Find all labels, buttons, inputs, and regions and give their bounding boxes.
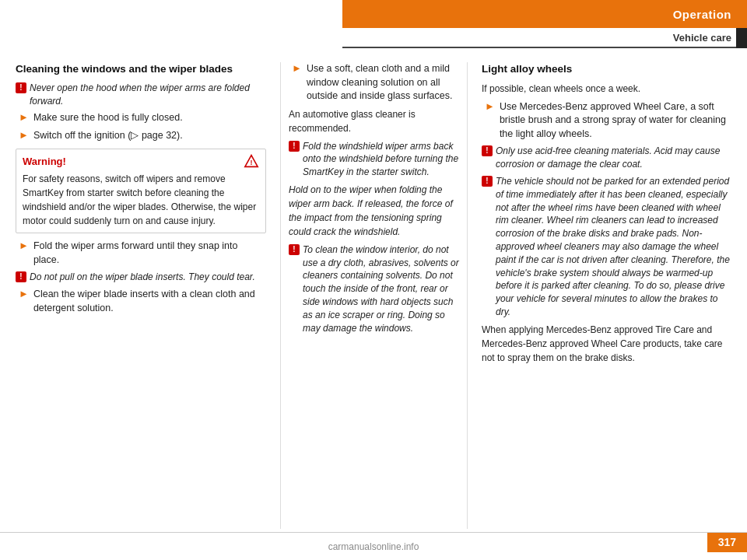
header-bar: Operation (342, 0, 747, 28)
bullet-arrow-mid-1: ► (292, 62, 302, 74)
warning-icon-acid-free: ! (482, 145, 493, 156)
right-section-heading: Light alloy wheels (482, 62, 731, 77)
warning-parked: ! The vehicle should not be parked for a… (482, 175, 731, 319)
warning-icon-fold-back: ! (289, 141, 300, 152)
bullet-arrow-3: ► (19, 240, 29, 251)
bullet-use-soft-text: Use a soft, clean cloth and a mild windo… (307, 62, 459, 103)
warning-do-not-pull: ! Do not pull on the wiper blade inserts… (16, 271, 266, 284)
warning-icon-clean-interior: ! (289, 244, 300, 255)
para-applying: When applying Mercedes-Benz approved Tir… (482, 323, 731, 365)
mid-column: ► Use a soft, clean cloth and a mild win… (280, 62, 467, 529)
right-intro: If possible, clean wheels once a week. (482, 82, 731, 96)
bullet-arrow-4: ► (19, 288, 29, 299)
warning-icon-parked: ! (482, 176, 493, 187)
right-column: Light alloy wheels If possible, clean wh… (467, 62, 731, 529)
bullet-use-soft: ► Use a soft, clean cloth and a mild win… (289, 62, 459, 103)
warning-never-open-text: Never open the hood when the wiper arms … (30, 82, 266, 108)
warning-fold-back: ! Fold the windshield wiper arms back on… (289, 140, 459, 179)
footer-url: carmanualsonline.info (328, 541, 419, 552)
bullet-hood-closed: ► Make sure the hood is fully closed. (16, 111, 266, 125)
header-title: Operation (673, 8, 731, 21)
warning-do-not-pull-text: Do not pull on the wiper blade inserts. … (30, 271, 255, 284)
warning-icon-never-open: ! (16, 82, 26, 93)
bullet-hood-closed-text: Make sure the hood is fully closed. (33, 111, 183, 125)
bullet-ignition-off-text: Switch off the ignition (▷ page 32). (33, 129, 183, 143)
bullet-ignition-off: ► Switch off the ignition (▷ page 32). (16, 129, 266, 143)
warning-box-text: For safety reasons, switch off wipers an… (23, 172, 259, 228)
bullet-use-mbenz: ► Use Mercedes-Benz approved Wheel Care,… (482, 100, 731, 142)
warning-acid-free: ! Only use acid-free cleaning materials.… (482, 145, 731, 171)
warning-fold-back-text: Fold the windshield wiper arms back onto… (303, 140, 459, 179)
bullet-clean-wiper-text: Clean the wiper blade inserts with a cle… (33, 288, 266, 315)
warning-box: Warning! ! For safety reasons, switch of… (16, 149, 266, 233)
warning-box-header: Warning! ! (23, 154, 259, 168)
left-column: Cleaning the windows and the wiper blade… (16, 62, 280, 529)
bullet-arrow-right-1: ► (485, 100, 495, 112)
warning-acid-free-text: Only use acid-free cleaning materials. A… (496, 145, 731, 171)
main-content: Cleaning the windows and the wiper blade… (0, 54, 747, 529)
subheader-title: Vehicle care (673, 32, 731, 44)
warning-box-title: Warning! (23, 156, 66, 167)
warning-never-open: ! Never open the hood when the wiper arm… (16, 82, 266, 108)
bullet-arrow-2: ► (19, 129, 29, 141)
warning-clean-interior: ! To clean the window interior, do not u… (289, 243, 459, 335)
subheader-bar: Vehicle care (342, 28, 747, 48)
bullet-use-mbenz-text: Use Mercedes-Benz approved Wheel Care, a… (500, 100, 731, 142)
warning-triangle-icon: ! (244, 154, 259, 168)
warning-parked-text: The vehicle should not be parked for an … (496, 175, 731, 319)
warning-icon-do-not-pull: ! (16, 271, 26, 282)
para-automotive: An automotive glass cleaner is recommend… (289, 107, 459, 135)
bullet-fold-wiper: ► Fold the wiper arms forward until they… (16, 240, 266, 267)
para-hold: Hold on to the wiper when folding the wi… (289, 183, 459, 239)
left-section-heading: Cleaning the windows and the wiper blade… (16, 62, 266, 77)
bullet-arrow-1: ► (19, 111, 29, 123)
svg-text:!: ! (251, 159, 253, 166)
bullet-clean-wiper: ► Clean the wiper blade inserts with a c… (16, 288, 266, 315)
bullet-fold-wiper-text: Fold the wiper arms forward until they s… (33, 240, 266, 267)
warning-clean-interior-text: To clean the window interior, do not use… (303, 243, 459, 335)
footer: carmanualsonline.info (0, 532, 747, 560)
